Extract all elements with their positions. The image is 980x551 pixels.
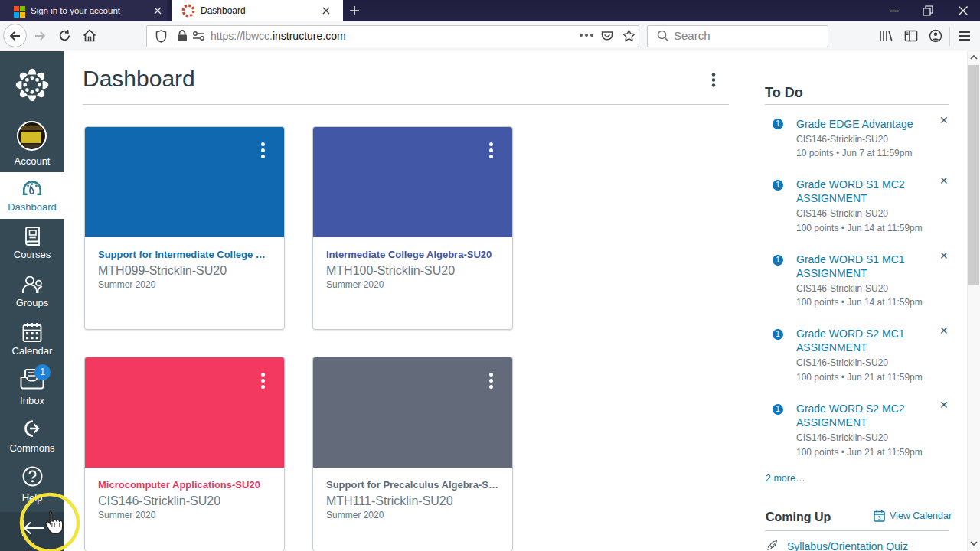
svg-text:3: 3 [877, 514, 880, 521]
